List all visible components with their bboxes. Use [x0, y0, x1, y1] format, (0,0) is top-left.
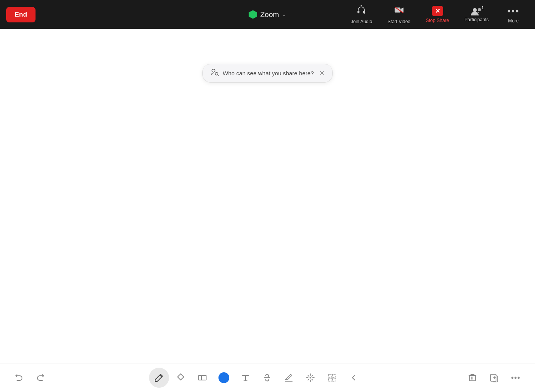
video-icon — [394, 5, 404, 17]
svg-point-6 — [212, 69, 215, 72]
zoom-shield-icon — [249, 10, 257, 19]
shapes-icon — [198, 373, 207, 382]
bottom-right-tools: ••• — [462, 368, 526, 388]
participants-icon: 1 — [471, 7, 483, 15]
share-visibility-tooltip: Who can see what you share here? ✕ — [202, 64, 333, 83]
select-icon — [327, 373, 337, 382]
svg-point-12 — [310, 377, 311, 378]
svg-rect-17 — [469, 375, 476, 381]
add-page-button[interactable] — [484, 368, 504, 388]
svg-rect-10 — [201, 375, 206, 380]
svg-point-4 — [473, 8, 477, 12]
laser-icon — [306, 373, 315, 382]
svg-point-5 — [478, 8, 481, 11]
bottom-more-button[interactable]: ••• — [506, 368, 526, 388]
pen-button[interactable] — [149, 368, 169, 388]
text-button[interactable] — [235, 368, 256, 388]
select-button[interactable] — [322, 368, 342, 388]
back-button[interactable] — [344, 368, 364, 388]
undo-redo-group — [9, 368, 50, 388]
participants-label: Participants — [464, 17, 489, 22]
bottom-toolbar: ••• — [0, 363, 535, 392]
headphone-icon — [356, 5, 366, 17]
svg-line-8 — [218, 75, 219, 76]
eraser-button[interactable] — [171, 368, 191, 388]
undo-icon — [15, 373, 24, 382]
tooltip-text: Who can see what you share here? — [223, 70, 314, 76]
svg-rect-13 — [328, 374, 332, 377]
color-picker-button[interactable] — [214, 368, 234, 388]
svg-rect-16 — [332, 378, 335, 381]
stop-share-button[interactable]: ✕ Stop Share — [420, 3, 455, 25]
svg-rect-1 — [363, 10, 365, 13]
participants-button[interactable]: 1 Participants — [458, 5, 495, 25]
bottom-ellipsis-icon: ••• — [511, 373, 520, 382]
redo-icon — [36, 373, 45, 382]
trash-icon — [468, 373, 477, 382]
join-audio-label: Join Audio — [351, 19, 372, 24]
more-button[interactable]: ••• More — [498, 3, 529, 26]
svg-rect-14 — [332, 374, 335, 377]
join-audio-button[interactable]: Join Audio — [345, 3, 378, 27]
participants-count-badge: 1 — [482, 5, 484, 10]
svg-rect-0 — [358, 10, 360, 13]
stop-share-icon: ✕ — [432, 6, 443, 16]
strikethrough-button[interactable] — [257, 368, 277, 388]
zoom-label: Zoom — [260, 10, 279, 19]
laser-button[interactable] — [300, 368, 320, 388]
end-button[interactable]: End — [6, 7, 36, 22]
pen-icon — [154, 373, 164, 382]
chevron-down-icon: ⌄ — [282, 12, 286, 17]
ellipsis-icon: ••• — [507, 6, 519, 17]
tooltip-close-button[interactable]: ✕ — [319, 69, 325, 77]
user-search-icon — [210, 68, 219, 78]
back-icon — [349, 373, 358, 382]
drawing-tools-group — [52, 368, 461, 388]
text-icon — [241, 373, 250, 382]
shapes-button[interactable] — [192, 368, 212, 388]
start-video-button[interactable]: Start Video — [381, 3, 416, 27]
marker-icon — [284, 373, 293, 382]
stop-share-label: Stop Share — [426, 18, 449, 23]
redo-button[interactable] — [30, 368, 50, 388]
strikethrough-icon — [262, 373, 272, 382]
marker-button[interactable] — [279, 368, 299, 388]
add-page-icon — [489, 373, 499, 382]
start-video-label: Start Video — [388, 19, 410, 24]
color-circle — [218, 372, 229, 383]
svg-rect-15 — [328, 378, 332, 381]
delete-button[interactable] — [462, 368, 483, 388]
top-toolbar: End Zoom ⌄ Join Audio — [0, 0, 535, 29]
eraser-icon — [176, 373, 185, 382]
whiteboard-canvas[interactable]: Who can see what you share here? ✕ — [0, 29, 535, 363]
top-bar-right: Join Audio Start Video ✕ Stop Share — [345, 3, 529, 27]
undo-button[interactable] — [9, 368, 29, 388]
more-label: More — [508, 18, 518, 24]
zoom-title-area[interactable]: Zoom ⌄ — [249, 10, 286, 19]
